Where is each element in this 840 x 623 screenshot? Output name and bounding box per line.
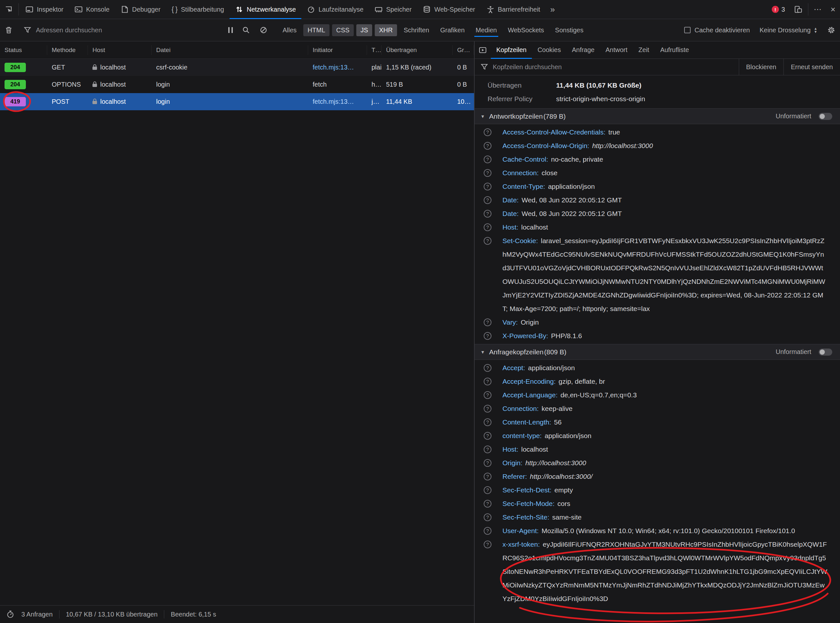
help-icon[interactable]: ?	[484, 223, 491, 231]
initiator-link[interactable]: fetch.mjs:13…	[313, 98, 354, 105]
help-icon[interactable]: ?	[484, 405, 491, 413]
column-header-bertragen[interactable]: Übertragen	[381, 45, 453, 55]
filter-js[interactable]: JS	[356, 24, 372, 36]
responsive-design-button[interactable]	[789, 0, 807, 19]
search-button[interactable]	[237, 26, 255, 34]
help-icon[interactable]: ?	[484, 196, 491, 204]
filter-grafiken[interactable]: Grafiken	[436, 24, 469, 36]
tab-aufrufliste[interactable]: Aufrufliste	[655, 41, 694, 58]
help-icon[interactable]: ?	[484, 486, 491, 494]
column-header-initiator[interactable]: Initiator	[308, 45, 367, 55]
pause-recording-button[interactable]	[224, 27, 237, 33]
help-icon[interactable]: ?	[484, 500, 491, 508]
raw-toggle-request[interactable]	[819, 348, 832, 356]
clear-requests-button[interactable]	[0, 26, 17, 34]
close-devtools-button[interactable]: ×	[826, 0, 840, 19]
filter-sonstiges[interactable]: Sonstiges	[551, 24, 588, 36]
tab-barrierefreiheit[interactable]: Barrierefreiheit	[481, 0, 546, 19]
filter-xhr[interactable]: XHR	[375, 24, 397, 36]
filter-html[interactable]: HTML	[303, 24, 329, 36]
help-icon[interactable]: ?	[484, 459, 491, 467]
tab-web-speicher[interactable]: Web-Speicher	[417, 0, 481, 19]
details-media-tab[interactable]	[475, 41, 491, 58]
section-title: Antwortkopfzeilen(789 B)	[489, 112, 566, 120]
resend-button[interactable]: Erneut senden	[783, 59, 840, 75]
tab-zeit[interactable]: Zeit	[633, 41, 655, 58]
tab-cookies[interactable]: Cookies	[532, 41, 566, 58]
header-value: no-cache, private	[551, 155, 603, 163]
column-header-status[interactable]: Status	[0, 45, 47, 55]
cell-initiator: fetch.mjs:13…	[308, 59, 367, 76]
help-icon[interactable]: ?	[484, 155, 491, 163]
help-icon[interactable]: ?	[484, 445, 491, 453]
help-icon[interactable]: ?	[484, 364, 491, 372]
help-icon[interactable]: ?	[484, 432, 491, 440]
filter-websockets[interactable]: WebSockets	[504, 24, 548, 36]
tab-speicher[interactable]: Speicher	[369, 0, 417, 19]
header-value: cors	[557, 500, 570, 507]
filter-schriften[interactable]: Schriften	[399, 24, 434, 36]
tabs-overflow-chevron[interactable]: »	[546, 0, 559, 19]
cell-type: j…	[367, 93, 381, 110]
cell-host: localhost	[88, 76, 152, 93]
timer-icon	[6, 610, 15, 619]
tab-laufzeitanalyse[interactable]: Laufzeitanalyse	[301, 0, 369, 19]
help-icon[interactable]: ?	[484, 210, 491, 218]
help-icon[interactable]: ?	[484, 418, 491, 426]
headers-filter-input[interactable]	[492, 63, 739, 71]
meatball-menu-button[interactable]: ⋯	[809, 0, 826, 19]
url-filter-input[interactable]	[35, 26, 218, 34]
tab-anfrage[interactable]: Anfrage	[567, 41, 600, 58]
tab-inspektor[interactable]: Inspektor	[20, 0, 69, 19]
tab-kopfzeilen[interactable]: Kopfzeilen	[491, 41, 532, 58]
header-value: Wed, 08 Jun 2022 20:05:12 GMT	[522, 210, 622, 217]
raw-toggle-response[interactable]	[819, 113, 832, 120]
filter-alles[interactable]: Alles	[278, 24, 301, 36]
filter-medien[interactable]: Medien	[471, 24, 501, 36]
filter-css[interactable]: CSS	[332, 24, 354, 36]
cell-status: 419	[0, 93, 47, 110]
header-row: ?Accept-Encoding:gzip, deflate, br	[475, 375, 840, 388]
block-url-button[interactable]: Blockieren	[739, 59, 783, 75]
headers-scroll-area[interactable]: Übertragen 11,44 KB (10,67 KB Größe) Ref…	[475, 75, 840, 623]
column-header-datei[interactable]: Datei	[152, 45, 308, 55]
disable-cache-checkbox[interactable]: Cache deaktivieren	[680, 26, 754, 34]
request-headers-section-toggle[interactable]: ▼ Anfragekopfzeilen(809 B) Unformatiert	[475, 344, 840, 360]
tab-debugger[interactable]: Debugger	[115, 0, 166, 19]
tab-antwort[interactable]: Antwort	[600, 41, 633, 58]
help-icon[interactable]: ?	[484, 513, 491, 521]
column-header-methode[interactable]: Methode	[47, 45, 88, 55]
summary-row: Übertragen 11,44 KB (10,67 KB Größe)	[475, 78, 840, 92]
help-icon[interactable]: ?	[484, 473, 491, 480]
column-header-t[interactable]: T…	[367, 45, 381, 55]
column-header-host[interactable]: Host	[88, 45, 152, 55]
initiator-link[interactable]: fetch.mjs:13…	[313, 64, 354, 71]
devtools-tabs: Inspektor Konsole Debugger { } Stilbearb…	[20, 0, 559, 19]
pick-element-button[interactable]	[0, 0, 17, 19]
tab-konsole[interactable]: Konsole	[69, 0, 115, 19]
request-blocking-button[interactable]	[255, 26, 272, 34]
request-row[interactable]: 419POSTlocalhostloginfetch.mjs:13…j…11,4…	[0, 93, 474, 110]
tab-netzwerkanalyse[interactable]: Netzwerkanalyse	[230, 0, 301, 19]
help-icon[interactable]: ?	[484, 377, 491, 385]
cell-method: POST	[47, 93, 88, 110]
tab-stilbearbeitung[interactable]: { } Stilbearbeitung	[166, 0, 230, 19]
request-row[interactable]: 204OPTIONSlocalhostloginfetchh…519 B0 B	[0, 76, 474, 93]
help-icon[interactable]: ?	[484, 318, 491, 326]
request-row[interactable]: 204GETlocalhostcsrf-cookiefetch.mjs:13…p…	[0, 59, 474, 76]
column-header-gr[interactable]: Gr…	[453, 45, 474, 55]
help-icon[interactable]: ?	[484, 169, 491, 177]
help-icon[interactable]: ?	[484, 540, 491, 548]
network-settings-button[interactable]	[823, 26, 840, 34]
help-icon[interactable]: ?	[484, 332, 491, 340]
help-icon[interactable]: ?	[484, 237, 491, 245]
help-icon[interactable]: ?	[484, 128, 491, 136]
header-name: Access-Control-Allow-Credentials:	[502, 128, 606, 136]
error-count-button[interactable]: ! 3	[767, 0, 789, 19]
help-icon[interactable]: ?	[484, 391, 491, 399]
help-icon[interactable]: ?	[484, 142, 491, 150]
help-icon[interactable]: ?	[484, 527, 491, 535]
throttle-select[interactable]: Keine Drosselung ▲▼	[754, 26, 823, 34]
response-headers-section-toggle[interactable]: ▼ Antwortkopfzeilen(789 B) Unformatiert	[475, 108, 840, 124]
help-icon[interactable]: ?	[484, 183, 491, 190]
